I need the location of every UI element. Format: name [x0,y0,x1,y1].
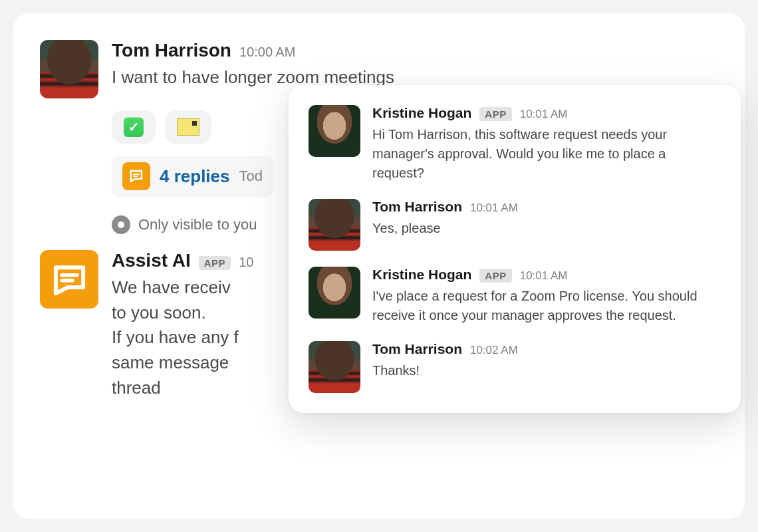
message-header: Tom Harrison 10:01 AM [372,199,718,215]
thread-replies-button[interactable]: 4 replies Tod [112,156,273,197]
user-name[interactable]: Kristine Hogan [372,267,471,283]
thread-message: Kristine Hogan APP 10:01 AM I've place a… [309,267,718,325]
thread-message: Kristine Hogan APP 10:01 AM Hi Tom Harri… [309,105,718,183]
timestamp: 10:01 AM [470,201,518,215]
message-text: Thanks! [372,361,718,380]
avatar[interactable] [309,267,360,319]
avatar[interactable] [309,199,360,251]
assist-avatar[interactable] [40,250,98,309]
eye-icon [112,215,130,234]
avatar[interactable] [309,105,360,157]
visibility-label: Only visible to you [138,216,257,233]
thread-overlay-card: Kristine Hogan APP 10:01 AM Hi Tom Harri… [289,85,741,413]
ticket-icon [177,118,199,136]
thread-message: Tom Harrison 10:02 AM Thanks! [309,341,718,393]
timestamp: 10:01 AM [520,108,568,121]
message-header: Tom Harrison 10:00 AM [112,40,718,61]
timestamp: 10:01 AM [520,269,568,283]
message-text: I've place a request for a Zoom Pro lice… [372,287,718,325]
user-name[interactable]: Tom Harrison [372,199,462,215]
user-name[interactable]: Assist AI [112,250,191,271]
avatar[interactable] [40,40,98,98]
thread-message: Tom Harrison 10:01 AM Yes, please [309,199,718,251]
checkmark-icon: ✓ [124,117,144,137]
app-badge: APP [479,107,511,121]
reaction-ticket[interactable] [165,110,211,144]
avatar[interactable] [309,341,360,393]
app-badge: APP [479,269,511,283]
thread-icon [122,162,150,190]
timestamp: 10:00 AM [239,45,296,60]
message-header: Tom Harrison 10:02 AM [372,341,718,357]
user-name[interactable]: Tom Harrison [112,40,231,61]
chat-icon [51,261,88,298]
message-text: Hi Tom Harrison, this software request n… [372,125,718,183]
reaction-checkmark[interactable]: ✓ [112,110,156,144]
app-badge: APP [199,256,231,270]
message-header: Kristine Hogan APP 10:01 AM [372,105,718,121]
user-name[interactable]: Tom Harrison [372,341,462,357]
message-text: Yes, please [372,219,718,238]
message-header: Kristine Hogan APP 10:01 AM [372,267,718,283]
user-name[interactable]: Kristine Hogan [372,105,471,121]
timestamp: 10 [239,255,253,270]
thread-time-label: Tod [239,168,263,185]
timestamp: 10:02 AM [470,344,518,357]
thread-count-label: 4 replies [160,166,230,187]
